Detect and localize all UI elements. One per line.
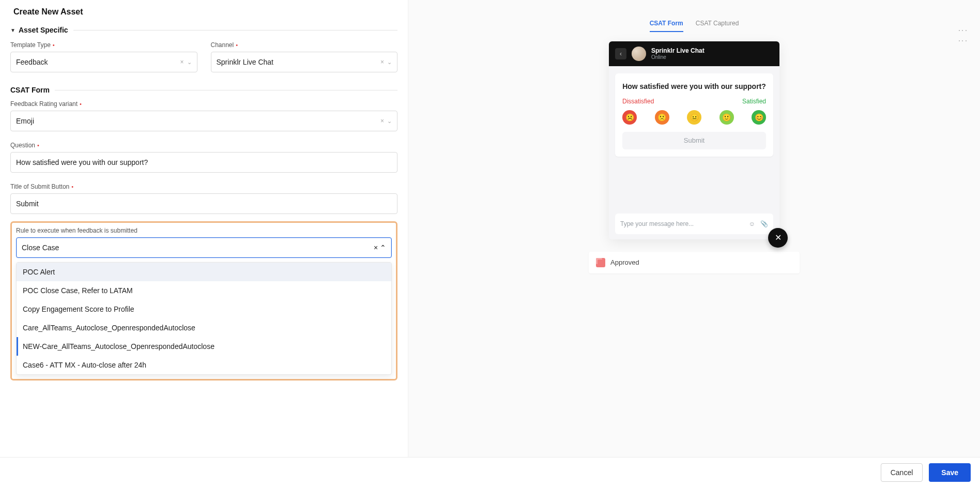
template-type-select[interactable]: Feedback × ⌄ [10,52,197,72]
divider [55,90,397,90]
csat-form-title: CSAT Form [10,86,50,94]
approved-row: Approved [589,252,800,273]
preview-tabs: CSAT Form CSAT Captured [408,20,980,32]
approved-label: Approved [610,258,639,266]
approved-icon [596,258,605,267]
required-icon: • [53,42,55,48]
tab-csat-form[interactable]: CSAT Form [650,20,683,32]
preview-submit-button[interactable]: Submit [622,132,766,149]
channel-value: Sprinklr Live Chat [217,58,380,66]
field-question: Question • [10,142,397,173]
required-icon: • [71,184,73,190]
chevron-down-icon[interactable]: ⌄ [187,59,192,66]
emoji-2-icon[interactable]: 🙁 [655,110,669,125]
rating-variant-value: Emoji [16,117,380,125]
rule-dropdown[interactable]: POC AlertPOC Close Case, Refer to LATAMC… [16,262,392,375]
chevron-down-icon[interactable]: ⌄ [387,59,392,66]
chat-input[interactable]: Type your message here... ☺ 📎 [615,214,773,234]
rating-variant-select[interactable]: Emoji × ⌄ [10,111,397,131]
label-submit-title: Title of Submit Button [10,183,69,190]
rule-option[interactable]: POC Close Case, Refer to LATAM [17,281,391,300]
chat-input-placeholder: Type your message here... [620,220,694,227]
label-dissatisfied: Dissatisfied [622,98,654,105]
rule-option[interactable]: Case6 - ATT MX - Auto-close after 24h [17,356,391,374]
close-icon[interactable]: ✕ [768,228,788,248]
field-template-type: Template Type • Feedback × ⌄ [10,41,197,72]
section-asset-specific: ▼ Asset Specific [10,26,397,34]
back-icon[interactable]: ‹ [615,48,626,59]
emoji-3-icon[interactable]: 😐 [687,110,701,125]
submit-title-input[interactable] [10,193,397,214]
field-rating-variant: Feedback Rating variant • Emoji × ⌄ [10,100,397,131]
clear-icon[interactable]: × [380,58,384,66]
page-title: Create New Asset [10,7,397,17]
rule-option[interactable]: Copy Engagement Score to Profile [17,300,391,318]
emoji-row: ☹️ 🙁 😐 🙂 😊 [622,110,766,125]
required-icon: • [37,143,39,148]
tab-csat-captured[interactable]: CSAT Captured [696,20,739,32]
channel-select[interactable]: Sprinklr Live Chat × ⌄ [211,52,398,72]
chat-title: Sprinklr Live Chat [651,48,705,54]
section-csat-form: CSAT Form [10,86,397,94]
attachment-icon[interactable]: 📎 [760,220,768,227]
field-channel: Channel • Sprinklr Live Chat × ⌄ [211,41,398,72]
template-type-value: Feedback [16,58,180,66]
csat-card: How satisfied were you with our support?… [615,73,773,157]
rule-option[interactable]: Care_AllTeams_Autoclose_OpenrespondedAut… [17,318,391,337]
emoji-4-icon[interactable]: 🙂 [719,110,734,125]
chat-status: Online [651,54,705,60]
section-title: Asset Specific [19,26,68,34]
clear-icon[interactable]: × [380,117,384,125]
rule-option[interactable]: NEW-Care_AllTeams_Autoclose_Openresponde… [17,337,391,356]
cancel-button[interactable]: Cancel [881,463,923,482]
chat-preview: ‹ Sprinklr Live Chat Online How satisfie… [609,41,779,239]
label-channel: Channel [211,41,234,49]
label-rating-variant: Feedback Rating variant [10,100,78,108]
clear-icon[interactable]: × [374,244,378,252]
chat-header: ‹ Sprinklr Live Chat Online [609,41,779,66]
divider [73,30,397,31]
required-icon: • [236,42,238,48]
rule-select[interactable]: Close Case × ⌃ [16,237,392,258]
emoji-picker-icon[interactable]: ☺ [749,220,755,227]
collapse-caret-icon[interactable]: ▼ [10,27,16,33]
label-question: Question [10,142,35,149]
avatar [632,47,646,61]
question-input[interactable] [10,152,397,173]
csat-question: How satisfied were you with our support? [622,82,766,92]
emoji-5-icon[interactable]: 😊 [752,110,766,125]
save-button[interactable]: Save [929,463,971,482]
chevron-down-icon[interactable]: ⌄ [387,118,392,125]
emoji-1-icon[interactable]: ☹️ [622,110,637,125]
rule-highlight-box: Rule to execute when feedback is submitt… [10,221,397,381]
preview-panel: ⋮⋮ CSAT Form CSAT Captured ‹ Sprinklr Li… [408,0,980,487]
form-panel: Create New Asset ▼ Asset Specific Templa… [0,0,408,487]
footer: Cancel Save [0,457,980,487]
clear-icon[interactable]: × [180,58,183,66]
rule-value: Close Case [22,244,59,252]
chevron-up-icon[interactable]: ⌃ [380,244,386,252]
rule-option[interactable]: POC Alert [17,263,391,281]
label-rule: Rule to execute when feedback is submitt… [16,227,137,234]
required-icon: • [80,101,82,107]
label-template-type: Template Type [10,41,51,49]
drag-handle-icon[interactable]: ⋮⋮ [957,26,969,47]
field-submit-title: Title of Submit Button • [10,183,397,214]
label-satisfied: Satisfied [742,98,766,105]
